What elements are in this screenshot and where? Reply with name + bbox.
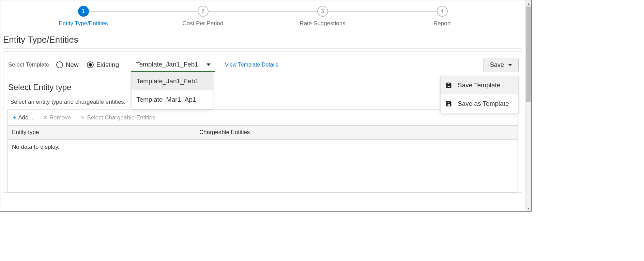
radio-icon (87, 61, 94, 68)
step-rate-suggestions[interactable]: 3 Rate Suggestions (263, 6, 382, 27)
svg-rect-3 (447, 104, 450, 106)
chevron-down-icon (508, 64, 512, 66)
scrollbar-thumb[interactable] (526, 6, 531, 102)
view-template-details-link[interactable]: View Template Details (225, 62, 278, 68)
close-icon: ✕ (43, 114, 47, 121)
radio-new-label: New (66, 61, 79, 69)
save-dropdown: Save Template Save as Template (440, 76, 519, 113)
table-header: Entity type Chargeable Entities (8, 126, 518, 140)
column-entity-type[interactable]: Entity type (8, 126, 195, 139)
step-number: 2 (198, 6, 209, 17)
svg-rect-2 (447, 101, 450, 103)
template-option[interactable]: Template_Mar1_Ap1 (132, 90, 213, 109)
select-template-label: Select Template (7, 61, 49, 68)
step-cost-per-period[interactable]: 2 Cost Per Period (143, 6, 263, 27)
save-icon (445, 100, 452, 107)
radio-new[interactable]: New (56, 61, 79, 69)
radio-existing-label: Existing (96, 61, 119, 69)
radio-existing[interactable]: Existing (87, 61, 119, 69)
save-icon (445, 82, 452, 89)
template-option[interactable]: Template_Jan1_Feb1 (132, 72, 213, 90)
template-radio-group: New Existing (56, 61, 119, 69)
save-template-item[interactable]: Save Template (441, 76, 518, 95)
vertical-divider (286, 57, 286, 73)
save-template-label: Save Template (458, 82, 500, 89)
step-number: 3 (317, 6, 328, 17)
template-select[interactable]: Template_Jan1_Feb1 (131, 58, 215, 72)
save-as-template-label: Save as Template (458, 100, 509, 107)
step-number: 4 (437, 6, 448, 17)
page-title: Entity Type/Entities (3, 33, 522, 49)
column-chargeable-entities[interactable]: Chargeable Entities (195, 126, 518, 139)
save-button-label: Save (490, 61, 504, 69)
save-as-template-item[interactable]: Save as Template (441, 95, 518, 113)
select-chargeable-label: Select Chargeable Entities (87, 114, 155, 121)
step-entity-type[interactable]: 1 Entity Type/Entities (24, 6, 143, 27)
step-number: 1 (78, 6, 89, 17)
step-report[interactable]: 4 Report (382, 6, 502, 27)
wizard-stepper: 1 Entity Type/Entities 2 Cost Per Period… (3, 6, 522, 27)
remove-label: Remove (49, 114, 71, 121)
step-label: Entity Type/Entities (24, 20, 143, 27)
select-chargeable-button[interactable]: ✎ Select Chargeable Entities (80, 114, 155, 121)
scrollbar[interactable]: ▴ ▾ (525, 0, 531, 211)
svg-rect-0 (447, 83, 450, 84)
remove-button[interactable]: ✕ Remove (43, 114, 71, 121)
plus-icon: + (13, 114, 16, 121)
template-select-value: Template_Jan1_Feb1 (136, 61, 198, 68)
scrollbar-down-arrow-icon[interactable]: ▾ (525, 205, 532, 211)
radio-icon (56, 61, 63, 68)
chevron-down-icon (206, 63, 211, 66)
table-empty-message: No data to display. (8, 140, 518, 155)
step-label: Report (382, 20, 502, 27)
svg-rect-1 (447, 85, 450, 87)
save-button[interactable]: Save (484, 58, 519, 72)
add-button[interactable]: + Add... (13, 114, 33, 121)
template-dropdown: Template_Jan1_Feb1 Template_Mar1_Ap1 (131, 72, 213, 109)
main-panel: Select Template New Existing Template_Ja… (3, 52, 522, 193)
scrollbar-up-arrow-icon[interactable]: ▴ (525, 0, 532, 6)
pencil-icon: ✎ (80, 114, 85, 121)
step-label: Rate Suggestions (263, 20, 382, 27)
step-label: Cost Per Period (143, 20, 263, 27)
entity-table: + Add... ✕ Remove ✎ Select Chargeable En… (7, 110, 518, 192)
template-row: Select Template New Existing Template_Ja… (7, 55, 519, 74)
add-label: Add... (18, 114, 33, 121)
